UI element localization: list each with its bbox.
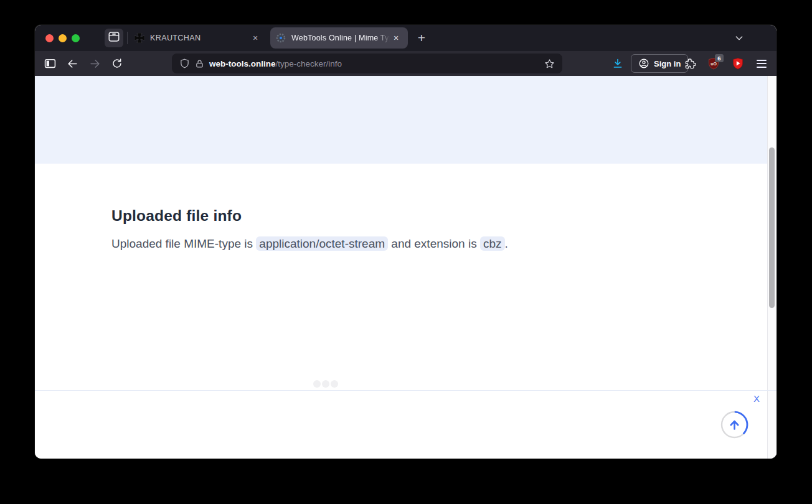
zoom-window-button[interactable] [72, 34, 80, 42]
firefox-view-button[interactable] [105, 29, 123, 47]
info-prefix: Uploaded file MIME-type is [111, 237, 256, 250]
back-arrow-icon [67, 58, 78, 70]
dot [313, 380, 321, 388]
chevron-down-icon [734, 33, 744, 43]
close-window-button[interactable] [45, 34, 54, 42]
banner-close-button[interactable]: X [750, 393, 763, 404]
hamburger-menu-icon [757, 60, 767, 68]
page-title: Uploaded file info [111, 207, 242, 225]
navigation-toolbar: web-tools.online/type-checker/info [35, 51, 777, 76]
account-avatar-icon [638, 58, 649, 69]
mime-type-value: application/octet-stream [256, 236, 388, 251]
page-hero-band [35, 76, 767, 164]
tab-close-icon[interactable]: × [390, 32, 402, 44]
extensions-button[interactable] [681, 55, 699, 72]
gear-favicon-icon [276, 33, 286, 43]
browser-window: KRAUTCHAN × WebTools Online | Mime Type … [35, 25, 777, 459]
krautchan-cross-favicon-icon [135, 33, 144, 43]
tab-krautchan[interactable]: KRAUTCHAN × [128, 25, 268, 51]
download-icon [612, 58, 623, 69]
scrollbar-track[interactable] [767, 76, 777, 459]
sign-in-button[interactable]: Sign in [631, 54, 688, 73]
tab-divider [127, 32, 128, 44]
scrollbar-thumb[interactable] [769, 147, 775, 308]
back-button[interactable] [64, 55, 81, 72]
reload-button[interactable] [108, 55, 126, 72]
firefox-view-icon [108, 31, 120, 45]
info-middle: and extension is [388, 237, 480, 250]
url-domain: web-tools.online [209, 59, 276, 68]
sign-in-label: Sign in [654, 59, 681, 68]
address-bar[interactable]: web-tools.online/type-checker/info [172, 54, 562, 73]
sidebar-icon [44, 58, 56, 68]
bookmark-star-icon[interactable] [544, 58, 555, 69]
tab-webtools-active[interactable]: WebTools Online | Mime Type Ch × [270, 27, 408, 49]
forward-button[interactable] [86, 55, 103, 72]
tab-close-icon[interactable]: × [249, 32, 262, 44]
extension-value: cbz [480, 236, 505, 251]
puzzle-piece-icon [684, 58, 696, 70]
forward-arrow-icon [89, 58, 101, 70]
tab-title: KRAUTCHAN [150, 34, 249, 42]
ublock-badge: 6 [715, 54, 724, 62]
scroll-to-top-button[interactable] [720, 410, 749, 439]
file-info-text: Uploaded file MIME-type is application/o… [111, 235, 508, 253]
tab-strip: KRAUTCHAN × WebTools Online | Mime Type … [35, 25, 777, 51]
red-play-shield-icon [732, 57, 744, 70]
ublock-shield-icon: uO 6 [707, 57, 720, 70]
tab-title: WebTools Online | Mime Type Ch [291, 34, 390, 42]
banner-top-border [35, 390, 777, 391]
traffic-lights [45, 25, 80, 51]
dot [322, 380, 329, 388]
url-path: /type-checker/info [276, 59, 342, 68]
list-all-tabs-button[interactable] [730, 29, 748, 47]
url-text: web-tools.online/type-checker/info [209, 59, 342, 68]
menu-button[interactable] [753, 55, 770, 72]
adblock-youtube-button[interactable] [729, 55, 747, 72]
info-suffix: . [505, 237, 508, 250]
reload-icon [111, 58, 123, 69]
minimize-window-button[interactable] [59, 34, 67, 42]
dot [331, 380, 338, 388]
sidebar-toggle-button[interactable] [41, 55, 59, 72]
ad-loading-dots [313, 380, 338, 388]
shield-icon [179, 58, 190, 69]
lock-icon [195, 58, 204, 69]
new-tab-button[interactable]: + [412, 29, 431, 47]
downloads-button[interactable] [609, 55, 626, 72]
ublock-origin-button[interactable]: uO 6 [705, 55, 722, 72]
page-viewport: Uploaded file info Uploaded file MIME-ty… [35, 76, 777, 459]
